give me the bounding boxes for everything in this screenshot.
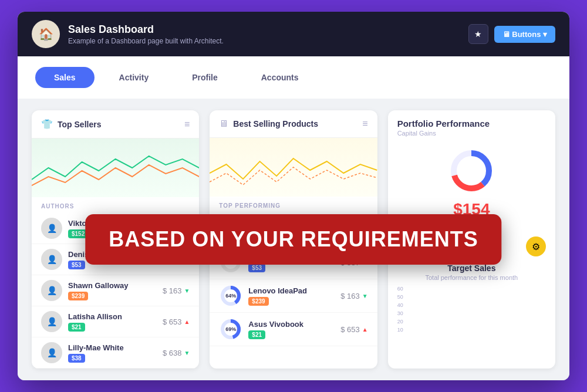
portfolio-header: Portfolio Performance Capital Gains: [388, 110, 555, 141]
logo-icon: 🏠: [32, 20, 60, 48]
monitor-icon: 🖥: [219, 119, 228, 129]
author-info: Latisha Allison $21: [68, 312, 157, 332]
buttons-dropdown[interactable]: 🖥 Buttons ▾: [494, 26, 555, 43]
nav-tabs: Sales Activity Profile Accounts: [18, 56, 569, 99]
top-performing-label: TOP PERFORMING: [210, 197, 377, 212]
avatar: 👤: [41, 311, 62, 332]
top-sellers-header: 👕 Top Sellers ≡: [32, 110, 199, 138]
gear-icon: ⚙: [532, 241, 540, 252]
product-row: 64% Lenovo IdeaPad $239 $ 163 ▼: [210, 279, 377, 313]
avatar: 👤: [41, 218, 62, 239]
portfolio-title: Portfolio Performance: [397, 119, 546, 129]
top-sellers-header-left: 👕 Top Sellers: [41, 119, 101, 130]
app-subtitle: Example of a Dashboard page built with A…: [68, 37, 224, 45]
authors-label: AUTHORS: [32, 197, 199, 213]
author-amount: $ 163 ▼: [163, 286, 190, 295]
bar-chart: [406, 286, 546, 333]
avatar: 👤: [41, 249, 62, 270]
shirt-icon: 👕: [41, 119, 53, 130]
header: 🏠 Sales Dashboard Example of a Dashboard…: [18, 12, 569, 56]
app-title: Sales Dashboard: [68, 23, 224, 36]
avatar: 👤: [41, 280, 62, 301]
content-wrapper: 👕 Top Sellers ≡ AUTHORS 👤: [18, 99, 569, 380]
portfolio-subtitle: Capital Gains: [397, 130, 546, 137]
donut-chart: 64%: [219, 284, 242, 307]
top-sellers-chart: [32, 138, 199, 197]
avatar: 👤: [41, 342, 62, 363]
author-amount: $ 653 ▲: [163, 317, 190, 326]
author-amount: $ 638 ▼: [163, 349, 190, 357]
tab-accounts[interactable]: Accounts: [242, 67, 318, 88]
bar-chart-container: 60 50 40 30 20 10: [388, 286, 555, 339]
best-selling-header-left: 🖥 Best Selling Products: [219, 119, 318, 129]
header-text: Sales Dashboard Example of a Dashboard p…: [68, 23, 224, 45]
product-row: 69% Asus Vivobook $21 $ 653 ▲: [210, 313, 377, 346]
menu-icon[interactable]: ≡: [184, 119, 190, 130]
best-selling-title: Best Selling Products: [233, 119, 318, 129]
star-button[interactable]: ★: [468, 24, 488, 44]
best-selling-chart: [210, 138, 377, 197]
product-amount: $ 653 ▲: [340, 325, 367, 334]
best-selling-header: 🖥 Best Selling Products ≡: [210, 110, 377, 138]
donut-label: 69%: [225, 326, 236, 332]
tab-activity[interactable]: Activity: [100, 67, 168, 88]
product-amount: $ 163 ▼: [340, 292, 367, 300]
settings-button[interactable]: ⚙: [526, 236, 546, 256]
author-row: 👤 Lilly-Mae White $38 $ 638 ▼: [32, 337, 199, 369]
author-row: 👤 Latisha Allison $21 $ 653 ▲: [32, 306, 199, 337]
y-axis: 60 50 40 30 20 10: [397, 286, 406, 333]
star-icon: ★: [474, 29, 482, 39]
target-subtitle: Total performance for this month: [388, 274, 555, 286]
product-info: Lenovo IdeaPad $239: [248, 286, 335, 306]
overlay-banner: BASED ON YOUR REQUIREMENTS: [85, 214, 501, 265]
author-info: Shawn Galloway $239: [68, 281, 157, 300]
author-info: Lilly-Mae White $38: [68, 343, 157, 363]
product-info: Asus Vivobook $21: [248, 320, 335, 339]
tab-sales[interactable]: Sales: [35, 67, 95, 88]
donut-label: 64%: [225, 293, 236, 299]
menu-icon[interactable]: ≡: [362, 119, 367, 129]
donut-chart: 69%: [219, 317, 242, 341]
portfolio-chart: [388, 141, 555, 200]
header-right: ★ 🖥 Buttons ▾: [468, 24, 555, 44]
tab-profile[interactable]: Profile: [173, 67, 237, 88]
top-sellers-title: Top Sellers: [58, 120, 101, 129]
header-left: 🏠 Sales Dashboard Example of a Dashboard…: [32, 20, 224, 48]
author-row: 👤 Shawn Galloway $239 $ 163 ▼: [32, 275, 199, 306]
